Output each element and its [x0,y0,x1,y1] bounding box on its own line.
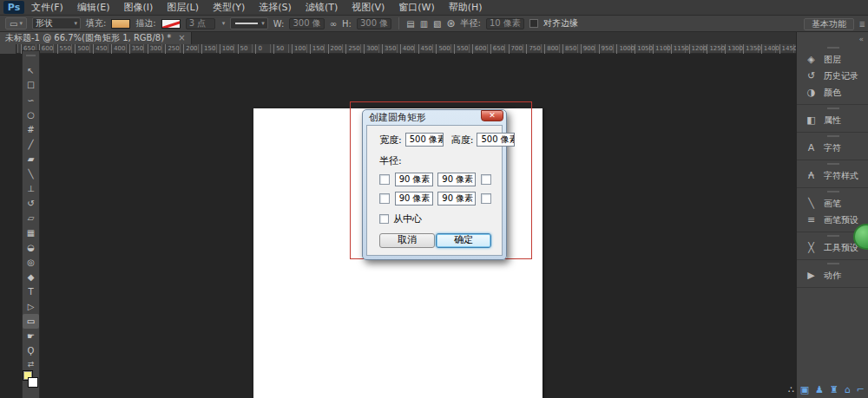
width-input[interactable] [405,133,444,147]
workspace-menu-icon[interactable]: ≣ [858,20,865,29]
shape-width-field[interactable]: 300 像 [289,18,324,29]
menu-item-类[interactable]: 类型(Y) [213,1,245,14]
hand-tool[interactable]: ☛ [23,329,39,343]
cancel-button[interactable]: 取消 [379,233,435,248]
dock-item-历史记录[interactable]: ↺历史记录 [797,68,868,84]
from-center-checkbox[interactable] [379,214,389,224]
hand-tool-icon: ☛ [27,331,35,341]
gradient-tool-icon: ▦ [27,228,35,238]
brush-tool[interactable]: ╲ [23,166,39,181]
menu-item-图[interactable]: 图像(I) [123,1,153,14]
panel-group-grip[interactable] [827,191,839,192]
path-alignment-icon[interactable]: ▥ [420,19,428,29]
history-brush-tool[interactable]: ↺ [23,196,39,211]
top-left-radius-checkbox[interactable] [379,174,390,185]
menu-item-窗[interactable]: 窗口(W) [398,1,434,14]
brush-icon: ╲ [805,198,818,209]
ruler-tick-label: 50 [238,44,248,54]
ruler-tick-label: 250 [345,44,359,54]
tool-preset-picker[interactable]: ▭ ▾ [5,17,27,29]
panel-group-grip[interactable] [827,135,839,137]
quick-selection-tool[interactable]: ○ [23,108,39,122]
height-input[interactable] [477,133,515,147]
clone-stamp-tool[interactable]: ⊥ [23,181,39,196]
menu-item-编[interactable]: 编辑(E) [77,1,110,14]
radius-field[interactable]: 10 像素 [486,18,524,29]
path-arrangement-icon[interactable]: ▧ [433,19,441,29]
bottom-right-radius-checkbox[interactable] [481,193,491,204]
path-selection-tool[interactable]: ▷ [23,299,39,314]
eraser-tool[interactable]: ▱ [23,211,39,225]
dodge-tool[interactable]: ◎ [23,255,39,270]
panel-group-grip[interactable] [827,47,839,49]
dock-item-属性[interactable]: ◧属性 [797,112,868,128]
stroke-color-swatch[interactable] [161,19,181,29]
menu-item-滤[interactable]: 滤镜(T) [306,1,338,14]
menu-item-视[interactable]: 视图(V) [352,1,385,14]
dock-item-颜色[interactable]: ◑颜色 [797,84,868,101]
dock-item-字符样式[interactable]: ₳字符样式 [797,167,868,184]
close-button[interactable]: ✕ [481,110,503,121]
document-tab-title: 未标题-1 @ 66.7%(圆角矩形 1, RGB/8) * [5,32,171,44]
bottom-left-radius-input[interactable] [395,192,433,206]
panel-group-grip[interactable] [827,108,839,109]
marquee-tool[interactable]: ☐ [23,78,39,93]
ok-button[interactable]: 确定 [436,233,491,248]
collapse-dock-icon[interactable]: « [858,35,864,43]
dock-item-动作[interactable]: ▶动作 [797,267,868,284]
panel-dock: « ◈图层↺历史记录◑颜色◧属性A字符₳字符样式╲画笔≡画笔预设╳工具预设▶动作 [796,32,868,398]
lasso-tool[interactable]: ∽ [23,93,39,108]
dock-item-画笔预设[interactable]: ≡画笔预设 [797,212,868,228]
gear-icon[interactable]: ⊛ [447,17,456,29]
workspace-switcher-button[interactable]: 基本功能 [804,18,854,30]
fill-color-swatch[interactable] [111,19,130,29]
crop-tool[interactable]: # [23,122,39,137]
eyedropper-tool[interactable]: ╱ [23,137,39,152]
dock-item-画笔[interactable]: ╲画笔 [797,195,868,212]
dock-item-图层[interactable]: ◈图层 [797,51,868,68]
close-icon[interactable]: × [178,32,185,44]
menu-item-文[interactable]: 文件(F) [31,1,63,14]
menu-item-图[interactable]: 图层(L) [167,1,199,14]
top-right-radius-input[interactable] [437,173,476,186]
bottom-right-radius-input[interactable] [437,192,476,206]
panel-grip[interactable] [26,55,36,56]
stroke-style-dropdown[interactable]: ▾ [230,17,268,29]
swap-colors-icon[interactable]: ⇄ [28,360,35,369]
rectangle-tool[interactable]: ▭ [23,314,39,329]
top-right-radius-checkbox[interactable] [481,174,491,185]
shape-width-value: 300 像 [293,17,320,29]
dock-item-字符[interactable]: A字符 [797,140,868,156]
dock-item-label: 字符 [824,142,841,154]
bottom-left-radius-checkbox[interactable] [379,193,390,204]
ruler-tick-label: 1200 [689,44,707,54]
path-operations-icon[interactable]: ▤ [406,19,414,29]
top-left-radius-input[interactable] [395,173,433,186]
panel-group-grip[interactable] [827,235,839,237]
document-tab[interactable]: 未标题-1 @ 66.7%(圆角矩形 1, RGB/8) * × [0,32,192,44]
align-edges-label: 对齐边缘 [543,17,578,29]
shape-height-field[interactable]: 300 像 [357,18,391,29]
panel-group-grip[interactable] [827,163,839,165]
dialog-title-bar[interactable]: 创建圆角矩形 ✕ [366,110,503,125]
background-color-swatch[interactable] [28,377,38,388]
pen-tool[interactable]: ◆ [23,270,39,284]
chevron-down-icon[interactable]: ▾ [222,20,226,27]
ruler-tick-label: 300 [364,44,378,54]
zoom-tool[interactable]: Ϙ [23,343,39,358]
type-tool[interactable]: T [23,284,39,299]
link-dimensions-icon[interactable]: ∞ [330,19,337,29]
radius-row-bottom [379,192,491,206]
align-edges-checkbox[interactable] [529,19,538,28]
healing-brush-tool[interactable]: ▰ [23,152,39,166]
move-tool[interactable]: ↖ [23,63,39,78]
stroke-width-field[interactable]: 3 点 [186,18,215,29]
menu-item-选[interactable]: 选择(S) [259,1,292,14]
gradient-tool[interactable]: ▦ [23,225,39,240]
menu-item-帮[interactable]: 帮助(H) [449,1,483,14]
blur-tool[interactable]: ◒ [23,240,39,255]
panel-group-grip[interactable] [827,263,839,264]
shape-mode-value: 形状 [36,17,53,29]
ruler-tick-label: 400 [111,44,125,54]
shape-mode-dropdown[interactable]: 形状 ▾ [32,17,81,29]
